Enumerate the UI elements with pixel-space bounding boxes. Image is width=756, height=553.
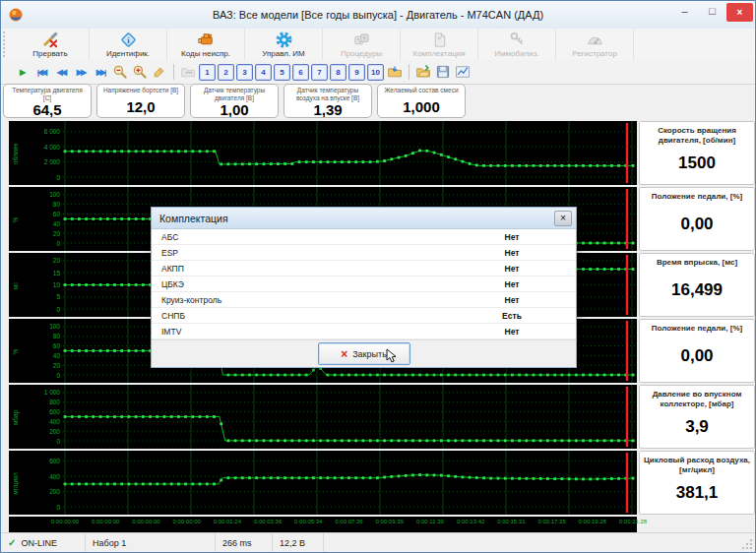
set-7-button[interactable]: 7 — [311, 64, 328, 81]
parameter-box-4[interactable]: Датчик температуры воздуха на впуске [В]… — [284, 84, 372, 118]
resize-grip[interactable] — [742, 539, 753, 550]
toolbar-button-label: Процедуры — [341, 49, 382, 58]
immobilizer-button: Иммобилиз. — [478, 29, 556, 60]
time-tick-label: 0:00:17:35 — [537, 519, 565, 524]
dialog-row: СНПБЕсть — [152, 308, 576, 324]
equipment-item-value: Нет — [463, 279, 561, 289]
store-set-button[interactable] — [386, 63, 404, 81]
play-button[interactable]: ▶ — [13, 63, 31, 81]
maximize-button[interactable]: □ — [699, 3, 725, 22]
set-5-button[interactable]: 5 — [274, 64, 290, 81]
fault-codes-button[interactable]: Коды неиспр. — [167, 29, 245, 60]
recorder-button: Регистратор — [556, 29, 634, 60]
toolbar-button-label: Прервать — [32, 49, 67, 58]
channel-label: Скорость вращения двигателя, [об/мин] — [640, 122, 754, 147]
svg-text:мбар: мбар — [12, 410, 20, 426]
parameter-box-2[interactable]: Напряжение бортсети [В]12,0 — [96, 84, 185, 118]
last-frame-button[interactable]: ▶▶| — [92, 63, 109, 81]
svg-text:20: 20 — [53, 230, 61, 237]
equipment-item-value: Нет — [463, 327, 561, 337]
abort-button[interactable]: Прервать — [12, 29, 90, 60]
title-bar: ВАЗ: Все модели [Все годы выпуска] - Дви… — [1, 1, 755, 30]
window-title: ВАЗ: Все модели [Все годы выпуска] - Дви… — [1, 9, 755, 21]
close-button[interactable]: × — [726, 3, 753, 22]
svg-text:800: 800 — [49, 399, 60, 405]
svg-text:0: 0 — [56, 306, 60, 313]
toolbar-button-label: Комплектация — [412, 49, 465, 58]
equipment-item-value: Нет — [463, 264, 561, 274]
next-frame-button[interactable]: ▶▶ — [72, 63, 90, 81]
svg-text:60: 60 — [53, 211, 61, 217]
time-tick-label: 0:00:07:36 — [335, 519, 362, 524]
chart-icon — [455, 64, 471, 80]
dialog-row: АБСНет — [152, 229, 576, 245]
set-10-button[interactable]: 10 — [367, 64, 384, 81]
parameter-row: Температура двигателя [С]64,5Напряжение … — [3, 84, 471, 121]
svg-text:4 000: 4 000 — [44, 144, 61, 151]
identify-icon: i — [119, 31, 138, 48]
toolbar-grip[interactable] — [3, 31, 10, 57]
parameter-box-5[interactable]: Желаемый состав смеси1,000 — [377, 84, 466, 118]
equipment-item-value: Нет — [463, 248, 561, 258]
parameter-value: 12,0 — [126, 99, 155, 114]
toolbar-button-label: Регистратор — [572, 49, 617, 58]
graph-panel-5: 02004006008001 000мбарДавление во впускн… — [9, 385, 755, 449]
export-chart-button[interactable] — [454, 63, 472, 81]
time-tick-label: 0:00:13:42 — [457, 519, 484, 524]
save-file-button[interactable] — [434, 63, 452, 81]
minimize-button[interactable]: – — [671, 3, 698, 22]
svg-text:1 000: 1 000 — [44, 389, 61, 396]
parameter-value: 64,5 — [32, 102, 61, 117]
svg-text:600: 600 — [49, 458, 60, 464]
dialog-row: АКППНет — [152, 261, 576, 276]
time-tick-label: 0:00:15:31 — [497, 519, 525, 524]
set-8-button[interactable]: 8 — [330, 64, 346, 81]
open-file-button[interactable] — [414, 63, 432, 81]
app-window: ВАЗ: Все модели [Все годы выпуска] - Дви… — [0, 0, 756, 553]
channel-info-4: Положение педали, [%]0,00 — [639, 319, 755, 383]
actuators-button[interactable]: Управл. ИМ — [245, 29, 323, 60]
floppy-icon — [435, 64, 451, 80]
immobilizer-icon — [508, 31, 527, 48]
svg-text:0: 0 — [56, 504, 60, 511]
time-tick-label: 0:00:03:36 — [254, 519, 282, 524]
prev-frame-button[interactable]: ◀◀ — [52, 63, 70, 81]
status-bar: ✓ ON-LINE Набор 1 266 ms 12,2 В — [1, 532, 755, 552]
zoom-in-button[interactable] — [131, 63, 149, 81]
svg-text:мс: мс — [12, 281, 19, 289]
channel-label: Время впрыска, [мс] — [640, 254, 754, 268]
strip-chart-1[interactable]: 02 0004 0006 000об/мин — [9, 121, 637, 185]
parameter-box-3[interactable]: Датчик температуры двигателя [В]1,00 — [190, 84, 279, 118]
set-2-button[interactable]: 2 — [218, 64, 234, 81]
time-tick-label: 0:00:00:00 — [172, 519, 200, 524]
time-tick-label: 0:00:00:00 — [92, 519, 119, 524]
folder-undo-icon — [180, 64, 196, 80]
zoom-out-button[interactable] — [111, 63, 129, 81]
equipment-item-name: ESP — [161, 248, 178, 258]
time-tick-label: 0:00:09:39 — [376, 519, 404, 524]
set-6-button[interactable]: 6 — [292, 64, 309, 81]
svg-text:об/мин: об/мин — [12, 144, 19, 164]
magnifier-minus-icon — [112, 64, 128, 80]
equipment-button: Комплектация — [401, 29, 478, 60]
dialog-close-icon[interactable]: × — [554, 211, 572, 226]
identify-button[interactable]: iИдентифик. — [90, 29, 167, 60]
strip-chart-6[interactable]: 0200400600мг/цикл — [9, 451, 637, 515]
dialog-title-bar[interactable]: Комплектация × — [152, 208, 576, 229]
recorder-icon — [586, 31, 604, 48]
dialog-footer: × Закрыть — [152, 339, 576, 367]
svg-text:6 000: 6 000 — [44, 128, 61, 135]
pan-button[interactable] — [151, 63, 168, 81]
procedures-button: Процедуры — [323, 29, 401, 60]
parameter-value: 1,00 — [220, 102, 248, 117]
first-frame-button[interactable]: |◀◀ — [32, 63, 50, 81]
strip-chart-5[interactable]: 02004006008001 000мбар — [9, 385, 637, 449]
toolbar-button-label: Управл. ИМ — [262, 49, 305, 58]
set-9-button[interactable]: 9 — [348, 64, 365, 81]
channel-info-3: Время впрыска, [мс]16,499 — [639, 253, 755, 317]
equipment-item-name: АКПП — [161, 264, 184, 274]
set-3-button[interactable]: 3 — [236, 64, 253, 81]
set-1-button[interactable]: 1 — [199, 64, 216, 81]
set-4-button[interactable]: 4 — [255, 64, 272, 81]
parameter-box-1[interactable]: Температура двигателя [С]64,5 — [3, 84, 92, 118]
